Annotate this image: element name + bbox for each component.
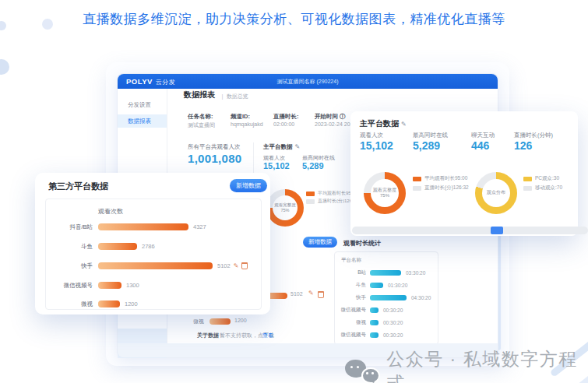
donut-center-bottom: 75%	[380, 193, 389, 199]
duration-row: 微信视频号00:30:20	[335, 305, 438, 314]
legend-swatch-gray	[306, 199, 315, 204]
legend-label: 直播时长(分)126:32	[424, 184, 469, 192]
row-bar	[370, 320, 379, 325]
metric-views-value: 15,102	[360, 139, 393, 152]
note-label: 关于数据	[197, 332, 219, 339]
duration-row: B站03:30:20	[335, 268, 438, 277]
peek-kuaishou-value: 5102	[290, 291, 303, 297]
content-title: 数据报表	[184, 90, 215, 100]
donut-center-text: 观众分布	[475, 172, 517, 214]
wechat-icon	[345, 357, 378, 383]
row-label: B站	[335, 269, 366, 276]
row-label: 斗鱼	[335, 282, 366, 289]
edit-icon[interactable]: ✎	[234, 262, 239, 269]
metric-chat-value: 446	[471, 139, 489, 152]
row-value: 01:30:20	[388, 283, 407, 288]
legend-label: 平均观看时长95:00	[424, 175, 467, 182]
wechat-eye	[350, 366, 353, 368]
edit-icon[interactable]: ✎	[295, 143, 301, 150]
edit-icon[interactable]: ✎	[401, 121, 407, 128]
brand-name: POLYV	[126, 77, 153, 86]
row-label: 微信视频号	[335, 332, 366, 339]
completion-donut: 观看完整度 75%	[364, 172, 406, 214]
wechat-eye	[357, 366, 359, 368]
metric-duration-label: 直播时长(分钟)	[514, 132, 553, 139]
delete-icon[interactable]	[318, 291, 324, 298]
views-row-douyin: 抖音/B站4327	[46, 222, 261, 232]
row-value: 04:30:20	[411, 295, 431, 300]
row-label: 微视	[335, 319, 366, 326]
scrollbar-track[interactable]	[352, 227, 588, 234]
row-value: 1300	[126, 282, 139, 289]
row-label: 斗鱼	[46, 243, 93, 251]
polyv-logo: POLYV云分发	[126, 74, 175, 90]
metric-duration-value: 126	[514, 139, 532, 152]
main-platform-card: 主平台数据✎ 观看人次 15,102 最高同时在线 5,289 聊天互动 446…	[350, 111, 578, 236]
add-data-button-small[interactable]: 新增数据	[303, 237, 337, 248]
row-label: 抖音/B站	[46, 223, 93, 231]
row-label: 快手	[46, 262, 93, 270]
edit-icon[interactable]: ✎	[308, 290, 314, 297]
donut-center-label: 观众分布	[487, 190, 505, 195]
donut-center-top: 观看完整度	[373, 188, 396, 193]
row-bar	[98, 262, 213, 269]
field-task-name-value: 测试直播间	[188, 121, 215, 129]
donut-center-text: 观看完整度 75%	[266, 189, 304, 227]
sidebar-item-distribution-settings[interactable]: 分发设置	[118, 98, 167, 111]
legend-swatch-gray	[413, 186, 421, 191]
add-data-button[interactable]: 新增数据	[230, 179, 267, 192]
legend-pc-audience: PC观众:30	[523, 175, 559, 182]
page-headline: 直播数据多维沉淀，助力决策分析、可视化数据图表，精准优化直播等	[0, 10, 588, 28]
tab-watch-duration-stats[interactable]: 观看时长统计	[343, 239, 381, 248]
audience-donut: 观众分布	[475, 172, 517, 214]
delete-icon[interactable]	[241, 262, 248, 269]
legend-swatch-gray	[523, 186, 532, 191]
metric-views-label: 观看人次	[360, 132, 383, 139]
donut-center-text: 观看完整度 75%	[364, 172, 406, 214]
row-bar	[98, 282, 121, 289]
legend-label: PC观众:30	[535, 175, 559, 182]
third-party-data-card: 第三方平台数据 新增数据 观看次数 抖音/B站4327 斗鱼2786 快手510…	[35, 173, 270, 314]
scrollbar-thumb[interactable]	[491, 227, 503, 234]
row-label: 微视	[46, 300, 93, 308]
legend-swatch-orange	[413, 177, 421, 181]
views-chart-title: 观看次数	[98, 207, 123, 216]
row-value: 00:30:20	[383, 307, 403, 313]
mini-platform-title: 主平台数据✎	[263, 143, 300, 151]
row-bar	[370, 295, 407, 300]
row-label: 快手	[335, 294, 366, 301]
row-label: 微信视频号	[46, 282, 93, 290]
legend-live-duration: 直播时长(分)126:32	[413, 184, 469, 192]
mini-views-value: 15,102	[263, 161, 290, 170]
window-header: 测试直播间名称 (290224) POLYV云分发	[118, 74, 498, 89]
duration-row: 斗鱼01:30:20	[335, 280, 438, 290]
row-value: 1200	[125, 300, 138, 307]
total-views-value: 1,001,080	[188, 152, 241, 165]
note-link[interactable]: 查看	[262, 332, 273, 339]
main-platform-card-title: 主平台数据✎	[360, 118, 407, 129]
metric-chat-label: 聊天互动	[471, 132, 495, 139]
wechat-eye	[371, 372, 374, 374]
wechat-eye	[366, 372, 368, 374]
total-views-label: 所有平台共观看人次	[188, 143, 241, 151]
peek-bar	[209, 318, 231, 325]
duration-row: 微视00:30:20	[335, 318, 438, 327]
mini-platform-title-text: 主平台数据	[263, 143, 293, 150]
sidebar-item-data-report[interactable]: 数据报表	[118, 114, 167, 128]
field-duration-label: 直播时长:	[273, 113, 299, 121]
views-chart-box: 观看次数 抖音/B站4327 斗鱼2786 快手5102✎ 微信视频号1300 …	[45, 199, 262, 310]
legend-mobile-audience: 移动观众:70	[523, 184, 562, 192]
row-bar	[370, 307, 379, 313]
field-start-time-label: 开始时间 ⓘ	[315, 113, 346, 121]
wechat-bubble-small	[361, 367, 380, 383]
third-party-card-title: 第三方平台数据	[48, 181, 108, 192]
row-value: 00:30:20	[383, 320, 403, 325]
row-bar	[98, 243, 137, 250]
legend-swatch-yellow	[523, 177, 532, 181]
row-bar	[370, 270, 401, 276]
completion-donut-mini: 观看完整度 75%	[266, 189, 304, 227]
row-label: 微信视频号	[335, 307, 366, 314]
row-bar	[98, 223, 188, 230]
metric-peak-value: 5,289	[413, 139, 440, 152]
peek-weishi-value: 1200	[234, 318, 247, 323]
